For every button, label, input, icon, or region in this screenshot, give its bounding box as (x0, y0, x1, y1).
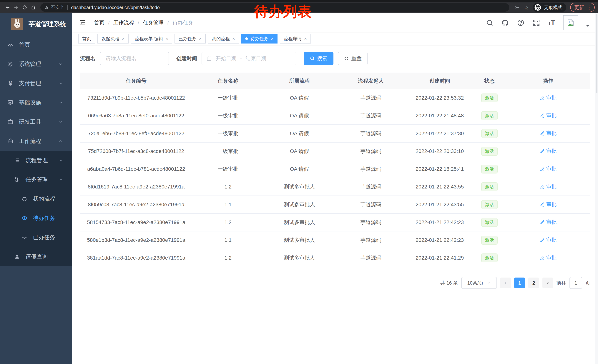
breadcrumb-task-mgmt[interactable]: 任务管理 (143, 19, 164, 26)
status-badge: 激活 (481, 129, 498, 138)
table-row: 725a1eb6-7b88-11ec-8ef0-acde48001122一级审批… (80, 125, 590, 143)
breadcrumb-separator: / (138, 20, 139, 26)
avatar[interactable] (563, 15, 578, 30)
column-header-6: 状态 (473, 77, 506, 84)
task-name-cell: 1.2 (192, 184, 264, 190)
tab-label: 流程表单-编辑 (135, 36, 163, 42)
reset-button[interactable]: 重置 (338, 52, 367, 65)
sidebar-item-label: 待办任务 (33, 214, 55, 222)
tab-7[interactable]: 流程详情× (280, 34, 311, 43)
sidebar-collapse-icon[interactable] (79, 19, 86, 26)
gear-icon (7, 61, 14, 67)
sidebar-item-11[interactable]: 已办任务 (0, 228, 72, 247)
sidebar-item-7[interactable]: 流程管理 (0, 151, 72, 170)
approve-button[interactable]: 审批 (540, 219, 557, 226)
sidebar-item-4[interactable]: 基础设施 (0, 93, 72, 112)
browser-top-strip (0, 0, 598, 2)
starter-cell: 芋道源码 (335, 94, 407, 101)
task-name-cell: 1.1 (192, 237, 264, 243)
sidebar-item-5[interactable]: 研发工具 (0, 112, 72, 131)
status-badge: 激活 (481, 111, 498, 120)
tab-2[interactable]: 发起流程× (98, 34, 129, 43)
approve-button[interactable]: 审批 (540, 165, 557, 172)
breadcrumb-home[interactable]: 首页 (94, 19, 105, 26)
action-cell: 审批 (506, 94, 590, 102)
sidebar-item-label: 我的流程 (33, 195, 55, 203)
password-key-icon[interactable] (514, 5, 520, 10)
create-time-cell: 2022-01-21 22:43:55 (407, 202, 473, 208)
fullscreen-icon[interactable] (533, 19, 540, 26)
browser-actions: ☆ 无痕模式 更新 ⋮ (514, 3, 595, 12)
next-page-button[interactable] (542, 277, 553, 288)
sidebar-item-1[interactable]: 首页 (0, 35, 72, 54)
refresh-icon (344, 56, 349, 61)
monitor-icon (7, 100, 14, 105)
column-header-3: 所属流程 (264, 77, 335, 84)
tab-4[interactable]: 已办任务× (174, 34, 206, 43)
close-icon[interactable]: × (271, 36, 274, 41)
approve-button[interactable]: 审批 (540, 147, 557, 155)
bookmark-star-icon[interactable]: ☆ (524, 4, 529, 11)
goto-page-input[interactable] (569, 277, 582, 289)
search-button[interactable]: 搜索 (304, 52, 333, 65)
sidebar-item-9[interactable]: 我的流程 (0, 189, 72, 209)
create-time-cell: 2022-01-21 22:42:23 (407, 219, 473, 225)
sidebar-item-6[interactable]: 工作流程 (0, 131, 72, 151)
briefcase-icon (7, 119, 14, 125)
sidebar-item-10[interactable]: 待办任务 (0, 209, 72, 228)
font-size-icon[interactable]: TT (548, 19, 555, 27)
home-icon[interactable] (29, 3, 37, 12)
page-button-1[interactable]: 1 (514, 277, 525, 288)
approve-button[interactable]: 审批 (540, 236, 557, 243)
security-status[interactable]: 不安全 (44, 4, 64, 10)
help-icon[interactable] (517, 19, 524, 26)
page-content: 流程名 创建时间 开始日期 - 结束日期 搜索 重置 (72, 45, 598, 364)
table-header-row: 任务编号任务名称所属流程流程发起人创建时间状态操作 (80, 73, 590, 89)
close-icon[interactable]: × (122, 36, 125, 41)
approve-button[interactable]: 审批 (540, 94, 557, 101)
approve-button[interactable]: 审批 (540, 201, 557, 208)
reload-icon[interactable] (20, 3, 29, 12)
app-logo[interactable]: 芋道管理系统 (0, 13, 72, 35)
close-icon[interactable]: × (232, 36, 235, 41)
approve-button[interactable]: 审批 (540, 130, 557, 137)
breadcrumb-workflow[interactable]: 工作流程 (113, 19, 134, 26)
avatar-dropdown-icon[interactable] (584, 22, 591, 29)
page-scrollbar[interactable] (595, 13, 598, 364)
search-icon[interactable] (486, 19, 493, 26)
status-cell: 激活 (473, 200, 506, 209)
status-badge: 激活 (481, 236, 498, 245)
sidebar-item-2[interactable]: 系统管理 (0, 54, 72, 74)
close-icon[interactable]: × (304, 36, 307, 41)
github-icon[interactable] (501, 19, 509, 26)
tab-3[interactable]: 流程表单-编辑× (131, 34, 172, 43)
process-name-label: 流程名 (80, 55, 96, 62)
status-badge: 激活 (481, 94, 498, 103)
sidebar-item-8[interactable]: 任务管理 (0, 170, 72, 189)
page-size-select[interactable]: 10条/页 (461, 277, 497, 289)
scrollbar-thumb[interactable] (596, 14, 598, 93)
sidebar-menu: 首页系统管理¥支付管理基础设施研发工具工作流程流程管理任务管理我的流程待办任务已… (0, 35, 72, 266)
forward-icon[interactable] (12, 3, 20, 12)
date-range-picker[interactable]: 开始日期 - 结束日期 (201, 52, 296, 65)
tab-6[interactable]: 待办任务× (241, 34, 277, 43)
sidebar-item-3[interactable]: ¥支付管理 (0, 74, 72, 93)
approve-button[interactable]: 审批 (540, 183, 557, 190)
prev-page-button[interactable] (500, 277, 511, 288)
update-button[interactable]: 更新 ⋮ (570, 3, 595, 12)
approve-button[interactable]: 审批 (540, 112, 557, 119)
column-header-4: 流程发起人 (335, 77, 407, 84)
close-icon[interactable]: × (166, 36, 168, 41)
sidebar-item-12[interactable]: 请假查询 (0, 247, 72, 266)
tab-1[interactable]: 首页 (78, 34, 95, 43)
create-time-cell: 2022-01-22 21:37:30 (407, 130, 473, 137)
tab-5[interactable]: 我的流程× (208, 34, 239, 43)
back-icon[interactable] (3, 3, 12, 12)
page-button-2[interactable]: 2 (528, 277, 539, 288)
table-row: 75d72608-7b7f-11ec-a3c8-acde48001122一级审批… (80, 143, 590, 160)
browser-menu-icon[interactable]: ⋮ (587, 4, 592, 11)
create-time-label: 创建时间 (176, 55, 197, 62)
approve-button[interactable]: 审批 (540, 254, 557, 261)
process-name-input[interactable] (100, 52, 169, 65)
close-icon[interactable]: × (199, 36, 201, 41)
